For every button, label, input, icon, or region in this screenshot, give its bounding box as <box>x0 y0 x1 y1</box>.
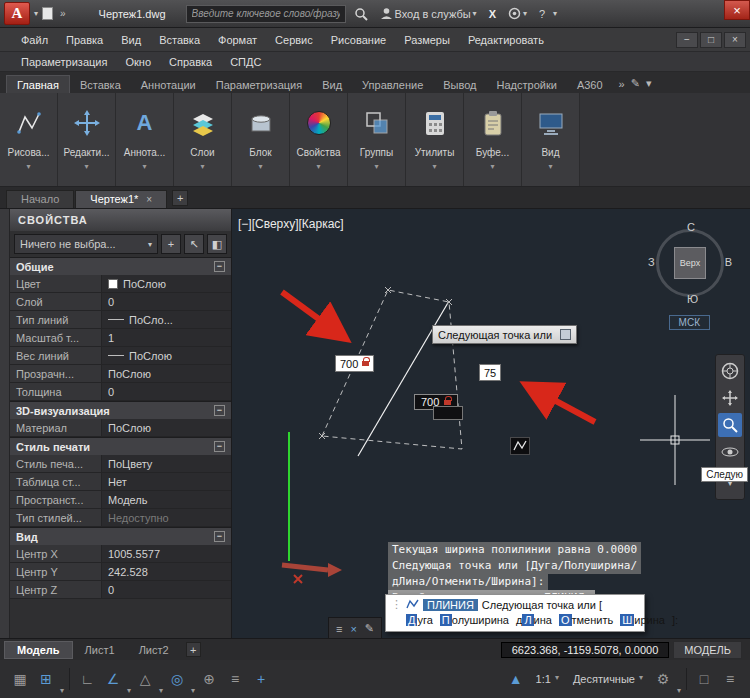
menu-window[interactable]: Окно <box>116 56 160 68</box>
new-document-icon[interactable] <box>42 7 53 20</box>
ribbon-state-arrow-icon[interactable]: ▾ <box>646 77 652 90</box>
command-option-arc[interactable]: Дуга <box>406 614 433 626</box>
search-input[interactable] <box>186 5 346 23</box>
palette-title[interactable]: СВОЙСТВА <box>10 209 231 231</box>
property-value[interactable]: ПоСлою <box>102 347 231 364</box>
property-row-linetype-scale[interactable]: Масштаб т... 1 <box>10 329 231 347</box>
ribbon-panel-block[interactable]: Блок ▾ <box>232 93 290 186</box>
app-menu-arrow-icon[interactable]: ▾ <box>34 9 38 18</box>
palette-grip[interactable] <box>0 209 10 638</box>
menu-file[interactable]: Файл <box>12 34 57 46</box>
pan-icon[interactable] <box>718 386 742 410</box>
utilities-icon[interactable] <box>423 99 447 147</box>
menu-view[interactable]: Вид <box>112 34 150 46</box>
dynamic-input-width[interactable]: 700 <box>335 355 374 372</box>
property-value[interactable]: 1005.5577 <box>102 545 231 562</box>
ribbon-tab-manage[interactable]: Управление <box>352 76 433 93</box>
communication-center-icon[interactable]: ▾ <box>504 4 531 24</box>
chevron-down-icon[interactable]: ▾ <box>490 162 494 172</box>
property-row-lineweight[interactable]: Вес линий ПоСлою <box>10 347 231 365</box>
property-value[interactable]: ПоСлою <box>102 365 231 382</box>
property-value[interactable]: 1 <box>102 329 231 346</box>
chevron-down-icon[interactable]: ▾ <box>548 162 552 172</box>
menu-draw[interactable]: Рисование <box>322 34 395 46</box>
object-snap-tracking-icon[interactable]: ⊕ <box>197 667 221 691</box>
command-option-halfwidth[interactable]: Полуширина <box>440 614 509 626</box>
property-value[interactable]: 242.528 <box>102 563 231 580</box>
menu-edit[interactable]: Правка <box>57 34 112 46</box>
minimize-icon[interactable]: − <box>676 32 698 48</box>
ribbon-tab-annotate[interactable]: Аннотации <box>131 76 206 93</box>
layout-tab-layout1[interactable]: Лист1 <box>73 642 127 658</box>
property-value[interactable]: ПоСлою <box>102 275 231 292</box>
color-wheel-icon[interactable] <box>307 111 331 135</box>
help-icon[interactable]: ? <box>535 4 549 24</box>
chevron-down-icon[interactable]: ▾ <box>677 686 681 698</box>
dynamic-input-field[interactable]: 700 <box>414 394 458 410</box>
property-value[interactable]: 0 <box>102 581 231 598</box>
collapse-icon[interactable]: − <box>214 441 225 452</box>
ribbon-panel-draw[interactable]: Рисова... ▾ <box>0 93 58 186</box>
property-value[interactable]: ПоСлою <box>102 419 231 436</box>
property-row-center-x[interactable]: Центр X 1005.5577 <box>10 545 231 563</box>
customize-icon[interactable]: ≡ <box>336 623 342 635</box>
app-close-button[interactable]: × <box>724 0 750 20</box>
ribbon-overflow-icon[interactable]: » <box>619 78 625 90</box>
chevron-down-icon[interactable]: ▾ <box>26 162 30 172</box>
ribbon-panel-properties[interactable]: Свойства ▾ <box>290 93 348 186</box>
dynamic-input-icon[interactable]: + <box>249 667 273 691</box>
ribbon-panel-clipboard[interactable]: Буфе... ▾ <box>464 93 522 186</box>
app-logo-icon[interactable]: A <box>4 2 30 25</box>
ribbon-tab-view[interactable]: Вид <box>312 76 352 93</box>
compass-east[interactable]: В <box>725 256 732 268</box>
section-header-3d[interactable]: 3D-визуализация − <box>10 401 231 419</box>
menu-format[interactable]: Формат <box>209 34 266 46</box>
close-icon[interactable]: × <box>724 32 746 48</box>
annotation-visibility-icon[interactable]: ▲ <box>504 667 528 691</box>
tab-close-icon[interactable]: × <box>146 194 152 205</box>
property-value[interactable]: Модель <box>102 491 231 508</box>
help-menu-arrow-icon[interactable]: ▾ <box>553 9 557 18</box>
ribbon-tab-insert[interactable]: Вставка <box>70 76 131 93</box>
new-layout-button[interactable]: + <box>186 642 201 657</box>
lineweight-display-icon[interactable]: ≡ <box>223 667 247 691</box>
quick-access-expand-icon[interactable]: » <box>57 8 69 19</box>
property-row-center-y[interactable]: Центр Y 242.528 <box>10 563 231 581</box>
collapse-icon[interactable]: − <box>214 531 225 542</box>
grid-display-icon[interactable]: ▦ <box>8 667 32 691</box>
menu-help[interactable]: Справка <box>160 56 221 68</box>
section-header-general[interactable]: Общие − <box>10 257 231 275</box>
view-cube[interactable]: Верх С Ю В З <box>650 223 730 303</box>
compass-north[interactable]: С <box>687 221 695 233</box>
property-value[interactable]: ПоЦвету <box>102 455 231 472</box>
select-objects-button[interactable]: ↖ <box>184 234 204 254</box>
property-value[interactable]: ПоСло... <box>102 311 231 328</box>
section-header-plotstyle[interactable]: Стиль печати − <box>10 437 231 455</box>
workspace-gear-icon[interactable]: ⚙ <box>651 667 675 691</box>
new-tab-button[interactable]: + <box>172 190 188 206</box>
dynamic-input-angle[interactable]: 75 <box>479 364 501 381</box>
isodraft-icon[interactable]: △ <box>133 667 157 691</box>
ortho-mode-icon[interactable]: ∟ <box>75 667 99 691</box>
command-option-length[interactable]: дЛина <box>516 614 552 626</box>
ribbon-panel-groups[interactable]: Группы ▾ <box>348 93 406 186</box>
menu-insert[interactable]: Вставка <box>150 34 209 46</box>
signin-button[interactable]: Вход в службы ▾ <box>376 4 481 24</box>
ribbon-tab-home[interactable]: Главная <box>6 75 70 93</box>
close-icon[interactable]: × <box>350 623 356 635</box>
collapse-icon[interactable]: − <box>214 261 225 272</box>
grip-dots-icon[interactable]: ⋮ <box>391 598 402 611</box>
property-row-thickness[interactable]: Толщина 0 <box>10 383 231 401</box>
menu-tools[interactable]: Сервис <box>266 34 322 46</box>
property-row-center-z[interactable]: Центр Z 0 <box>10 581 231 599</box>
command-input-window[interactable]: ⋮ ПЛИНИЯ Следующая точка или [ Дуга Полу… <box>385 594 645 632</box>
menu-parametric[interactable]: Параметризация <box>12 56 116 68</box>
polar-tracking-icon[interactable]: ∠ <box>101 667 125 691</box>
clean-screen-icon[interactable]: □ <box>692 667 716 691</box>
quick-select-button[interactable]: ◧ <box>207 234 227 254</box>
ribbon-tab-a360[interactable]: A360 <box>567 76 613 93</box>
command-option-undo[interactable]: Отменить <box>559 614 613 626</box>
layers-icon[interactable] <box>189 99 217 147</box>
chevron-down-icon[interactable]: ▾ <box>159 686 163 698</box>
property-row-plotstyletype[interactable]: Тип стилей... Недоступно <box>10 509 231 527</box>
